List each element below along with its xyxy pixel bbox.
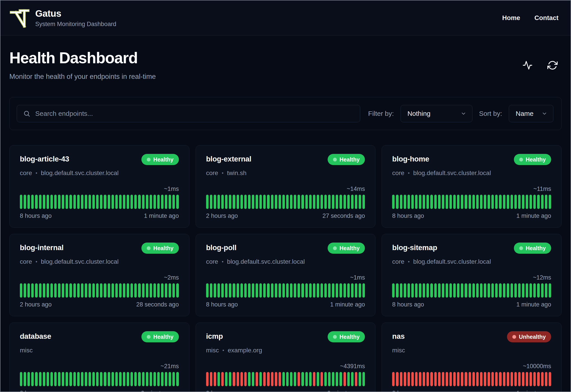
uptime-bar[interactable] (419, 195, 421, 209)
uptime-bar[interactable] (47, 372, 49, 386)
uptime-bar[interactable] (469, 195, 471, 209)
uptime-bar[interactable] (77, 372, 80, 386)
uptime-bar[interactable] (419, 372, 421, 386)
uptime-bar[interactable] (35, 195, 37, 209)
uptime-bar[interactable] (244, 372, 247, 386)
uptime-bar[interactable] (115, 283, 118, 298)
uptime-bar[interactable] (522, 372, 524, 386)
uptime-bar[interactable] (112, 372, 114, 386)
uptime-bar[interactable] (20, 283, 22, 298)
uptime-bar[interactable] (351, 195, 354, 209)
uptime-bar[interactable] (96, 283, 99, 298)
uptime-bar[interactable] (244, 195, 247, 209)
uptime-bar[interactable] (134, 283, 137, 298)
uptime-bar[interactable] (461, 372, 463, 386)
uptime-bar[interactable] (176, 195, 179, 209)
uptime-bar[interactable] (134, 195, 137, 209)
uptime-bar[interactable] (100, 283, 102, 298)
uptime-bar[interactable] (336, 372, 338, 386)
uptime-bar[interactable] (450, 372, 452, 386)
uptime-bar[interactable] (54, 283, 57, 298)
uptime-bar[interactable] (453, 195, 456, 209)
uptime-bar[interactable] (320, 195, 323, 209)
uptime-bar[interactable] (47, 283, 49, 298)
uptime-bar[interactable] (165, 195, 167, 209)
uptime-bar[interactable] (108, 195, 110, 209)
uptime-bar[interactable] (229, 283, 231, 298)
uptime-bar[interactable] (294, 372, 296, 386)
uptime-bar[interactable] (404, 283, 406, 298)
uptime-bar[interactable] (169, 372, 171, 386)
uptime-bar[interactable] (104, 372, 106, 386)
uptime-bar[interactable] (92, 195, 95, 209)
uptime-bar[interactable] (411, 195, 414, 209)
uptime-bar[interactable] (450, 195, 452, 209)
uptime-bar[interactable] (286, 195, 289, 209)
uptime-bar[interactable] (252, 283, 254, 298)
uptime-bar[interactable] (491, 372, 494, 386)
uptime-bar[interactable] (206, 372, 209, 386)
uptime-bar[interactable] (484, 372, 486, 386)
uptime-bar[interactable] (123, 372, 125, 386)
uptime-bar[interactable] (320, 283, 323, 298)
endpoint-card[interactable]: blog-home Healthy core • blog.default.sv… (382, 145, 562, 228)
uptime-bar[interactable] (298, 283, 300, 298)
uptime-bar[interactable] (237, 283, 239, 298)
uptime-bar[interactable] (472, 372, 475, 386)
uptime-bar[interactable] (526, 195, 528, 209)
uptime-bar[interactable] (69, 283, 72, 298)
uptime-bar[interactable] (438, 195, 440, 209)
uptime-bar[interactable] (351, 283, 354, 298)
uptime-bar[interactable] (507, 372, 509, 386)
uptime-bar[interactable] (457, 372, 459, 386)
uptime-bar[interactable] (138, 195, 140, 209)
uptime-bar[interactable] (150, 283, 152, 298)
uptime-bar[interactable] (430, 372, 433, 386)
uptime-bar[interactable] (153, 195, 156, 209)
uptime-bar[interactable] (73, 195, 76, 209)
uptime-bar[interactable] (290, 372, 292, 386)
uptime-bar[interactable] (522, 195, 524, 209)
uptime-bar[interactable] (537, 283, 540, 298)
uptime-bar[interactable] (392, 372, 395, 386)
uptime-bar[interactable] (81, 283, 83, 298)
uptime-bar[interactable] (426, 283, 429, 298)
uptime-bar[interactable] (142, 195, 145, 209)
uptime-bar[interactable] (259, 283, 262, 298)
uptime-bar[interactable] (344, 283, 346, 298)
uptime-bar[interactable] (237, 372, 239, 386)
uptime-bar[interactable] (210, 195, 212, 209)
uptime-bar[interactable] (248, 283, 251, 298)
uptime-bar[interactable] (355, 372, 357, 386)
uptime-bar[interactable] (407, 372, 410, 386)
uptime-bar[interactable] (522, 283, 524, 298)
endpoint-card[interactable]: nas Unhealthy misc • ~10000ms 8 hours ag… (382, 322, 562, 392)
activity-button[interactable] (522, 60, 533, 70)
uptime-bar[interactable] (85, 195, 87, 209)
uptime-bar[interactable] (169, 283, 171, 298)
uptime-bar[interactable] (541, 372, 543, 386)
uptime-bar[interactable] (446, 195, 448, 209)
uptime-bar[interactable] (309, 283, 312, 298)
uptime-bar[interactable] (54, 195, 57, 209)
uptime-bar[interactable] (491, 283, 494, 298)
uptime-bar[interactable] (275, 283, 277, 298)
uptime-bar[interactable] (465, 283, 467, 298)
uptime-bar[interactable] (484, 195, 486, 209)
uptime-bar[interactable] (43, 372, 45, 386)
uptime-bar[interactable] (169, 195, 171, 209)
uptime-bar[interactable] (134, 372, 137, 386)
uptime-bar[interactable] (392, 283, 395, 298)
uptime-bar[interactable] (446, 283, 448, 298)
uptime-bar[interactable] (115, 195, 118, 209)
uptime-bar[interactable] (127, 195, 129, 209)
search-input[interactable] (35, 110, 354, 117)
uptime-bar[interactable] (233, 283, 235, 298)
uptime-bar[interactable] (225, 372, 227, 386)
uptime-bar[interactable] (69, 195, 72, 209)
uptime-bar[interactable] (255, 283, 258, 298)
uptime-bar[interactable] (355, 283, 357, 298)
uptime-bar[interactable] (347, 283, 350, 298)
endpoint-card[interactable]: blog-article-43 Healthy core • blog.defa… (9, 145, 189, 228)
uptime-bar[interactable] (279, 195, 281, 209)
